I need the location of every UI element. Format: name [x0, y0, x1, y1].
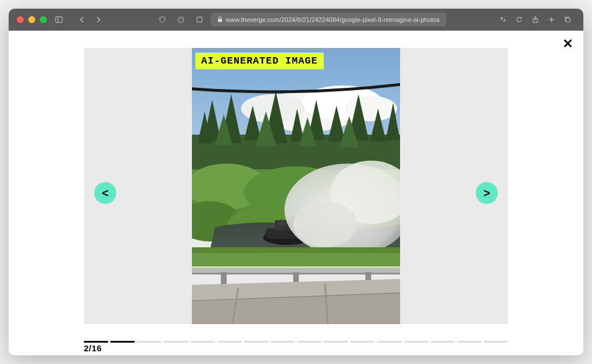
share-icon[interactable]	[528, 13, 543, 26]
url-text: www.theverge.com/2024/8/21/24224084/goog…	[226, 16, 440, 23]
svg-rect-5	[218, 18, 222, 22]
progress-segment[interactable]	[297, 341, 321, 343]
progress-segment[interactable]	[217, 341, 242, 343]
progress-segment[interactable]	[377, 341, 401, 343]
address-bar[interactable]: www.theverge.com/2024/8/21/24224084/goog…	[210, 13, 447, 27]
gallery-next-button[interactable]: >	[476, 182, 498, 204]
browser-window: www.theverge.com/2024/8/21/24224084/goog…	[9, 9, 583, 355]
translate-icon[interactable]	[495, 13, 510, 26]
traffic-lights	[17, 16, 47, 23]
forward-button[interactable]	[91, 13, 106, 26]
progress-segment[interactable]	[350, 341, 375, 343]
progress-segment[interactable]	[404, 341, 428, 343]
shield-icon[interactable]	[155, 13, 170, 26]
gallery-prev-button[interactable]: <	[94, 182, 116, 204]
svg-rect-49	[192, 266, 400, 268]
sidebar-toggle-icon[interactable]	[51, 13, 66, 26]
progress-segment[interactable]	[84, 341, 108, 343]
new-tab-icon[interactable]	[544, 13, 559, 26]
home-icon[interactable]	[173, 13, 188, 26]
svg-point-45	[293, 201, 357, 247]
gallery-viewport: AI-GENERATED IMAGE	[84, 48, 508, 324]
svg-point-15	[345, 96, 397, 121]
maximize-window-button[interactable]	[40, 16, 47, 23]
close-lightbox-button[interactable]: ✕	[563, 36, 573, 51]
svg-point-42	[278, 220, 286, 228]
progress-segment[interactable]	[244, 341, 268, 343]
svg-rect-10	[566, 18, 570, 22]
progress-segment[interactable]	[191, 341, 215, 343]
progress-segment[interactable]	[484, 341, 508, 343]
close-window-button[interactable]	[17, 16, 24, 23]
minimize-window-button[interactable]	[28, 16, 35, 23]
progress-segment[interactable]	[164, 341, 188, 343]
gallery-counter: 2/16	[84, 343, 102, 353]
browser-toolbar: www.theverge.com/2024/8/21/24224084/goog…	[9, 9, 583, 31]
text-size-icon[interactable]	[192, 13, 207, 26]
tabs-icon[interactable]	[560, 13, 575, 26]
svg-rect-0	[56, 17, 62, 23]
ai-generated-badge: AI-GENERATED IMAGE	[195, 53, 324, 69]
progress-segment[interactable]	[137, 341, 161, 343]
back-button[interactable]	[75, 13, 90, 26]
gallery-image: AI-GENERATED IMAGE	[192, 48, 400, 324]
reload-icon[interactable]	[512, 13, 527, 26]
progress-segment[interactable]	[271, 341, 295, 343]
svg-rect-4	[197, 17, 202, 23]
progress-segment[interactable]	[431, 341, 455, 343]
progress-segment[interactable]	[324, 341, 348, 343]
gallery-progress-bar	[84, 341, 508, 343]
lock-icon	[217, 16, 223, 24]
page-content: ✕ AI-GENERATED IMAGE	[9, 31, 583, 355]
progress-segment[interactable]	[457, 341, 482, 343]
progress-segment[interactable]	[110, 341, 135, 343]
